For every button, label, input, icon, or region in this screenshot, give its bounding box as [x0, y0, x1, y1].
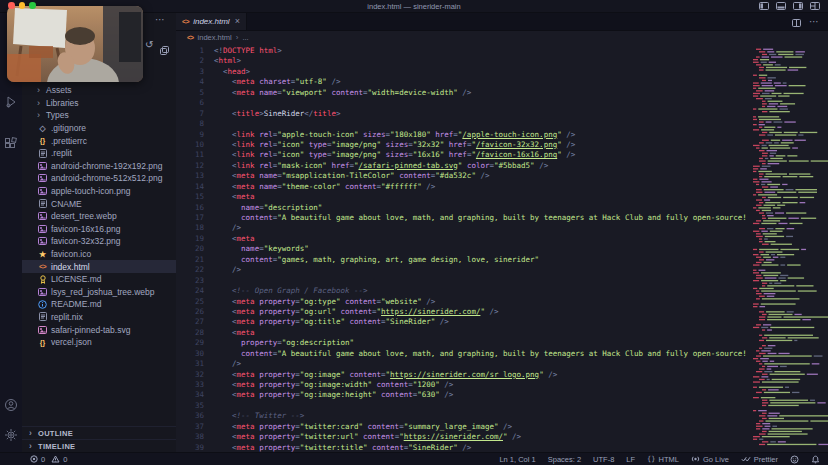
line-number[interactable]: 11 — [176, 150, 204, 160]
line-number[interactable]: 7 — [176, 109, 204, 119]
file-row-favicon-32x32.png[interactable]: favicon-32x32.png — [22, 235, 176, 248]
encoding-setting[interactable]: UTF-8 — [593, 455, 614, 464]
line-number[interactable]: 8 — [176, 119, 204, 129]
line-number[interactable]: 5 — [176, 88, 204, 98]
line-number[interactable]: 26 — [176, 307, 204, 317]
line-number[interactable]: 6 — [176, 98, 204, 108]
line-number[interactable]: 4 — [176, 77, 204, 87]
line-number[interactable]: 24 — [176, 286, 204, 296]
breadcrumb[interactable]: <> index.html › ... — [176, 31, 828, 44]
notifications-bell-icon[interactable] — [811, 455, 820, 464]
file-row-.replit[interactable]: .replit — [22, 147, 176, 160]
indentation-setting[interactable]: Spaces: 2 — [548, 455, 581, 464]
file-row-LICENSE.md[interactable]: LICENSE.md — [22, 273, 176, 286]
code-line[interactable]: 25 <meta property="og:type" content="web… — [176, 297, 828, 307]
line-number[interactable]: 32 — [176, 370, 204, 380]
line-number[interactable]: 29 — [176, 338, 204, 348]
zoom-window-button[interactable] — [29, 2, 36, 9]
close-window-button[interactable] — [8, 2, 15, 9]
code-line[interactable]: 8 — [176, 119, 828, 129]
code-line[interactable]: 29 property="og:description" — [176, 338, 828, 348]
code-line[interactable]: 28 <meta — [176, 328, 828, 338]
line-number[interactable]: 1 — [176, 46, 204, 56]
file-row-apple-touch-icon.png[interactable]: apple-touch-icon.png — [22, 185, 176, 198]
code-line[interactable]: 31 /> — [176, 359, 828, 369]
code-line[interactable]: 36 <!-- Twitter --> — [176, 411, 828, 421]
code-line[interactable]: 18 /> — [176, 223, 828, 233]
file-row-android-chrome-192x192.png[interactable]: android-chrome-192x192.png — [22, 160, 176, 173]
line-number[interactable]: 15 — [176, 192, 204, 202]
line-number[interactable]: 38 — [176, 432, 204, 442]
problems-indicator[interactable]: 0 0 — [30, 455, 67, 464]
line-number[interactable]: 18 — [176, 223, 204, 233]
line-number[interactable]: 13 — [176, 171, 204, 181]
line-number[interactable]: 36 — [176, 411, 204, 421]
file-row-vercel.json[interactable]: {}vercel.json — [22, 336, 176, 349]
cursor-position[interactable]: Ln 1, Col 1 — [499, 455, 535, 464]
settings-gear-icon[interactable] — [4, 428, 18, 442]
line-number[interactable]: 35 — [176, 401, 204, 411]
language-mode[interactable]: {}HTML — [647, 455, 679, 464]
line-number[interactable]: 10 — [176, 140, 204, 150]
line-number[interactable]: 20 — [176, 244, 204, 254]
code-line[interactable]: 38 <meta property="twitter:url" content=… — [176, 432, 828, 442]
code-line[interactable]: 19 <meta — [176, 234, 828, 244]
run-and-debug-icon[interactable] — [4, 95, 18, 109]
line-number[interactable]: 12 — [176, 161, 204, 171]
line-number[interactable]: 31 — [176, 359, 204, 369]
file-row-README.md[interactable]: README.md — [22, 298, 176, 311]
code-line[interactable]: 16 name="description" — [176, 203, 828, 213]
file-row-CNAME[interactable]: CNAME — [22, 197, 176, 210]
toggle-secondary-sidebar-icon[interactable] — [793, 2, 803, 10]
prettier-indicator[interactable]: Prettier — [741, 455, 778, 464]
split-editor-icon[interactable] — [792, 13, 801, 31]
code-line[interactable]: 27 <meta property="og:title" content="Si… — [176, 317, 828, 327]
line-number[interactable]: 25 — [176, 297, 204, 307]
folder-row-Types[interactable]: ›Types — [22, 109, 176, 122]
breadcrumb-file[interactable]: index.html — [198, 33, 232, 42]
code-line[interactable]: 10 <link rel="icon" type="image/png" siz… — [176, 140, 828, 150]
line-number[interactable]: 2 — [176, 56, 204, 66]
code-line[interactable]: 15 <meta — [176, 192, 828, 202]
webcam-video-overlay[interactable] — [7, 6, 143, 82]
explorer-more-actions-icon[interactable]: ⋯ — [155, 14, 166, 25]
code-line[interactable]: 6 — [176, 98, 828, 108]
go-live-button[interactable]: Go Live — [691, 455, 729, 464]
code-line[interactable]: 37 <meta property="twitter:card" content… — [176, 422, 828, 432]
outline-section-header[interactable]: ›OUTLINE — [22, 426, 176, 439]
code-line[interactable]: 17 content="A beautiful game about love,… — [176, 213, 828, 223]
eol-setting[interactable]: LF — [626, 455, 635, 464]
code-line[interactable]: 23 — [176, 276, 828, 286]
code-line[interactable]: 2<html> — [176, 56, 828, 66]
code-line[interactable]: 20 name="keywords" — [176, 244, 828, 254]
feedback-icon[interactable] — [790, 455, 799, 464]
accounts-icon[interactable] — [4, 398, 18, 412]
code-line[interactable]: 13 <meta name="msapplication-TileColor" … — [176, 171, 828, 181]
code-line[interactable]: 4 <meta charset="utf-8" /> — [176, 77, 828, 87]
line-number[interactable]: 16 — [176, 203, 204, 213]
file-row-replit.nix[interactable]: replit.nix — [22, 311, 176, 324]
code-line[interactable]: 32 <meta property="og:image" content="ht… — [176, 370, 828, 380]
line-number[interactable]: 28 — [176, 328, 204, 338]
code-line[interactable]: 7 <title>SineRider</title> — [176, 109, 828, 119]
line-number[interactable]: 30 — [176, 349, 204, 359]
code-line[interactable]: 33 <meta property="og:image:width" conte… — [176, 380, 828, 390]
toggle-panel-icon[interactable] — [776, 2, 786, 10]
folder-row-Assets[interactable]: ›Assets — [22, 84, 176, 97]
code-line[interactable]: 34 <meta property="og:image:height" cont… — [176, 390, 828, 400]
extensions-icon[interactable] — [4, 137, 18, 151]
code-line[interactable]: 3 <head> — [176, 67, 828, 77]
code-line[interactable]: 9 <link rel="apple-touch-icon" sizes="18… — [176, 130, 828, 140]
timeline-section-header[interactable]: ›TIMELINE — [22, 439, 176, 452]
file-row-.gitignore[interactable]: ◇.gitignore — [22, 122, 176, 135]
file-row-safari-pinned-tab.svg[interactable]: safari-pinned-tab.svg — [22, 323, 176, 336]
copy-icon[interactable] — [160, 41, 169, 59]
line-number[interactable]: 3 — [176, 67, 204, 77]
code-line[interactable]: 26 <meta property="og:url" content="http… — [176, 307, 828, 317]
code-line[interactable]: 5 <meta name="viewport" content="width=d… — [176, 88, 828, 98]
toggle-primary-sidebar-icon[interactable] — [759, 2, 769, 10]
line-number[interactable]: 34 — [176, 390, 204, 400]
customize-layout-icon[interactable] — [810, 2, 820, 10]
line-number[interactable]: 14 — [176, 182, 204, 192]
code-area[interactable]: 1<!DOCTYPE html>2<html>3 <head>4 <meta c… — [176, 44, 828, 452]
